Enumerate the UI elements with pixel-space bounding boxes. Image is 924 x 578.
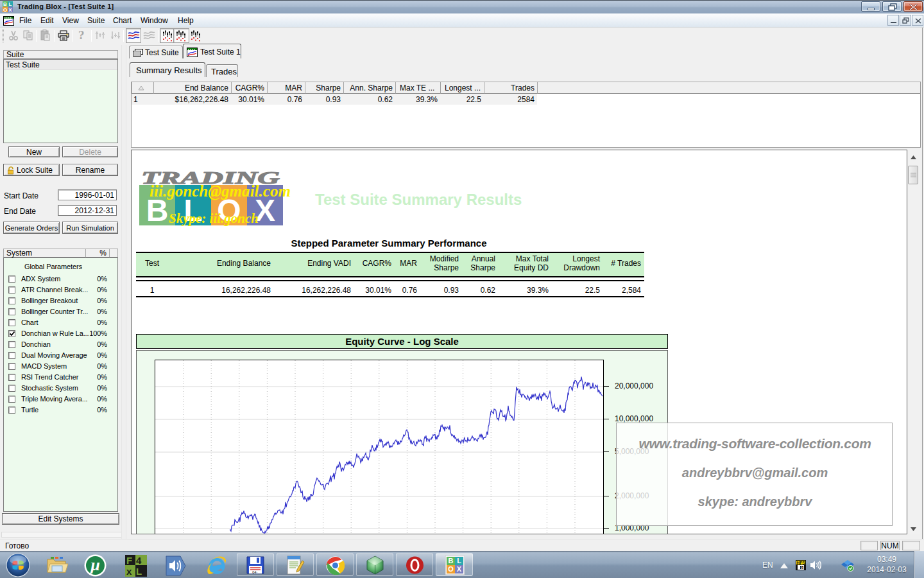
svg-text:L: L xyxy=(136,566,142,577)
svg-text:HFS: HFS xyxy=(797,561,806,565)
svg-text:F: F xyxy=(126,555,132,566)
svg-text:4: 4 xyxy=(136,555,142,566)
svg-text:L: L xyxy=(457,557,461,565)
svg-text:Skype: iii.gonch: Skype: iii.gonch xyxy=(169,210,259,226)
svg-text:64·: 64· xyxy=(252,570,258,574)
svg-text:x: x xyxy=(126,566,132,577)
svg-text:iii.gonch@gmail.com: iii.gonch@gmail.com xyxy=(150,182,291,200)
svg-text:0: 0 xyxy=(801,566,803,570)
svg-text:B: B xyxy=(449,557,454,565)
svg-text:X: X xyxy=(457,565,462,573)
svg-text:µ: µ xyxy=(90,556,100,574)
svg-text:O: O xyxy=(3,7,7,13)
svg-text:X: X xyxy=(8,7,12,13)
svg-text:O: O xyxy=(448,565,454,573)
